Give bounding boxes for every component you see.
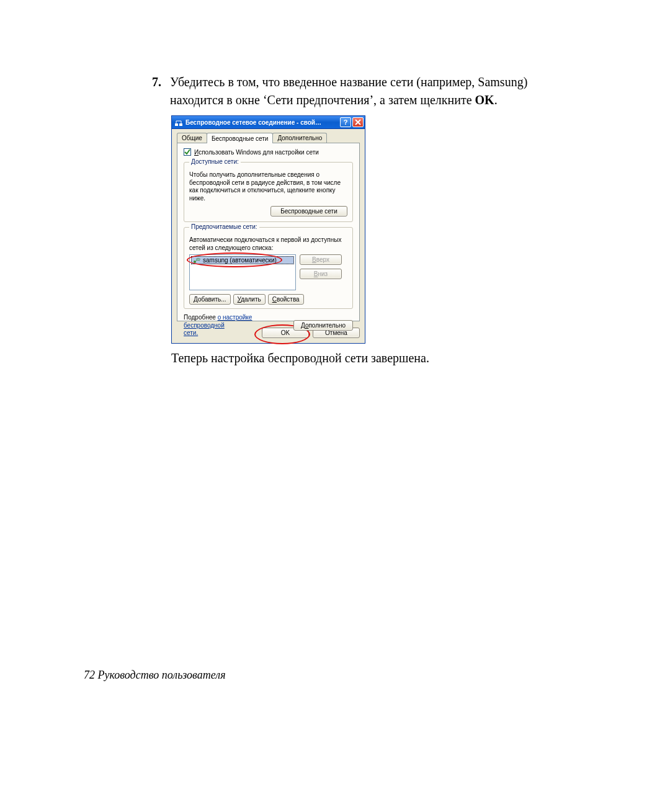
dialog-body: Общие Беспроводные сети Дополнительно Ис… xyxy=(171,129,365,344)
tab-additional[interactable]: Дополнительно xyxy=(272,133,327,143)
connection-icon xyxy=(174,118,183,127)
tab-wireless-networks[interactable]: Беспроводные сети xyxy=(207,133,273,143)
add-button[interactable]: Добавить... xyxy=(189,294,231,305)
preferred-networks-group: Предпочитаемые сети: Автоматически подкл… xyxy=(184,227,353,309)
wireless-properties-dialog: Беспроводное сетевое соединение - свой… … xyxy=(171,115,365,345)
list-item[interactable]: samsung (автоматически) xyxy=(191,256,294,264)
preferred-legend: Предпочитаемые сети: xyxy=(189,223,259,230)
svg-point-2 xyxy=(194,261,196,263)
preferred-networks-list[interactable]: samsung (автоматически) xyxy=(189,254,296,290)
tab-panel: Использовать Windows для настройки сети … xyxy=(177,143,360,321)
learn-more-text: Подробнее о настройке беспроводной сети. xyxy=(184,314,288,337)
step-number: 7. xyxy=(152,73,161,109)
properties-button[interactable]: Свойства xyxy=(268,294,304,305)
remove-button[interactable]: Удалить xyxy=(233,294,266,305)
use-windows-row[interactable]: Использовать Windows для настройки сети xyxy=(184,148,353,156)
move-down-button[interactable]: Вниз xyxy=(300,269,342,279)
step-instruction: 7. Убедитесь в том, что введенное назван… xyxy=(152,73,555,109)
view-wireless-networks-button[interactable]: Беспроводные сети xyxy=(270,206,347,216)
available-networks-group: Доступные сети: Чтобы получить дополните… xyxy=(184,162,353,222)
learn-more-link-2[interactable]: сети. xyxy=(184,329,198,336)
available-desc: Чтобы получить дополнительные сведения о… xyxy=(189,171,347,202)
preferred-desc: Автоматически подключаться к первой из д… xyxy=(189,236,347,252)
use-windows-checkbox[interactable] xyxy=(184,148,191,156)
tab-strip: Общие Беспроводные сети Дополнительно xyxy=(177,133,360,143)
wifi-icon xyxy=(192,257,200,264)
advanced-button[interactable]: Дополнительно xyxy=(293,320,353,331)
help-button[interactable]: ? xyxy=(340,117,351,127)
dialog-title: Беспроводное сетевое соединение - свой… xyxy=(185,119,339,126)
page-footer: 72 Руководство пользователя xyxy=(84,669,226,682)
learn-more-row: Подробнее о настройке беспроводной сети.… xyxy=(184,314,353,337)
svg-rect-0 xyxy=(175,123,178,126)
step-text: Убедитесь в том, что введенное название … xyxy=(170,73,555,109)
titlebar[interactable]: Беспроводное сетевое соединение - свой… … xyxy=(171,115,365,129)
tab-general[interactable]: Общие xyxy=(177,133,207,143)
close-button[interactable] xyxy=(352,117,364,127)
move-up-button[interactable]: Вверх xyxy=(300,254,342,265)
followup-text: Теперь настройка беспроводной сети завер… xyxy=(171,349,550,367)
ok-label: OK xyxy=(475,93,494,107)
available-legend: Доступные сети: xyxy=(189,158,241,165)
use-windows-label: Использовать Windows для настройки сети xyxy=(194,149,319,156)
svg-rect-1 xyxy=(179,123,182,126)
list-item-label: samsung (автоматически) xyxy=(203,257,277,264)
